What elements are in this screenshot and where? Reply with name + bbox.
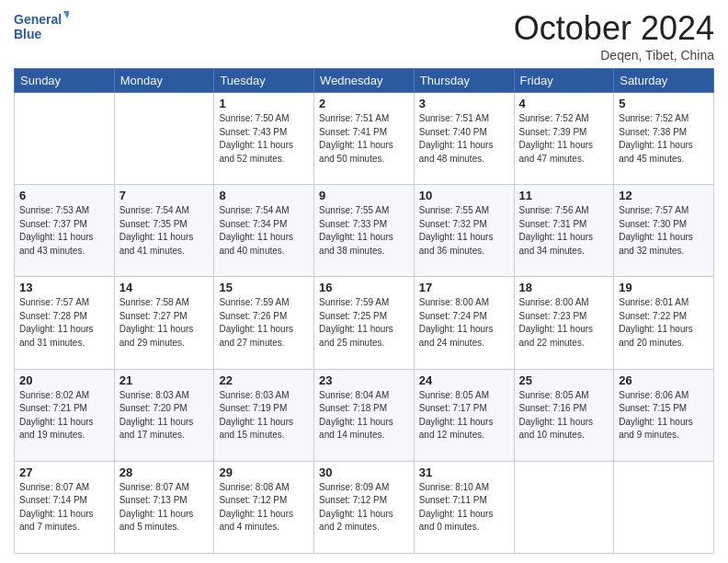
day-info: Sunrise: 8:09 AM Sunset: 7:12 PM Dayligh… xyxy=(319,481,409,534)
day-number: 22 xyxy=(219,373,309,387)
day-info: Sunrise: 7:52 AM Sunset: 7:38 PM Dayligh… xyxy=(619,112,709,166)
day-number: 14 xyxy=(119,281,210,294)
calendar-cell: 11Sunrise: 7:56 AM Sunset: 7:31 PM Dayli… xyxy=(514,185,614,277)
day-number: 13 xyxy=(19,281,109,294)
calendar-cell: 4Sunrise: 7:52 AM Sunset: 7:39 PM Daylig… xyxy=(514,93,614,185)
calendar-cell: 6Sunrise: 7:53 AM Sunset: 7:37 PM Daylig… xyxy=(15,185,115,277)
day-header-saturday: Saturday xyxy=(614,69,714,93)
day-info: Sunrise: 7:56 AM Sunset: 7:31 PM Dayligh… xyxy=(519,204,609,258)
calendar-cell xyxy=(514,461,614,553)
day-info: Sunrise: 8:00 AM Sunset: 7:24 PM Dayligh… xyxy=(419,296,509,350)
calendar-cell: 20Sunrise: 8:02 AM Sunset: 7:21 PM Dayli… xyxy=(15,369,115,461)
day-info: Sunrise: 7:52 AM Sunset: 7:39 PM Dayligh… xyxy=(519,112,609,166)
calendar-table: SundayMondayTuesdayWednesdayThursdayFrid… xyxy=(14,68,714,554)
day-info: Sunrise: 8:02 AM Sunset: 7:21 PM Dayligh… xyxy=(19,389,109,442)
day-info: Sunrise: 8:07 AM Sunset: 7:13 PM Dayligh… xyxy=(119,481,210,534)
day-number: 28 xyxy=(119,465,210,479)
day-info: Sunrise: 7:59 AM Sunset: 7:25 PM Dayligh… xyxy=(319,296,409,350)
day-number: 17 xyxy=(419,281,509,294)
day-number: 30 xyxy=(319,465,409,479)
calendar-cell: 31Sunrise: 8:10 AM Sunset: 7:11 PM Dayli… xyxy=(414,461,514,553)
calendar-cell: 9Sunrise: 7:55 AM Sunset: 7:33 PM Daylig… xyxy=(314,185,415,277)
day-number: 7 xyxy=(119,189,210,202)
day-header-monday: Monday xyxy=(114,69,214,93)
day-number: 24 xyxy=(419,373,509,387)
day-number: 10 xyxy=(419,189,509,202)
day-number: 25 xyxy=(519,373,609,387)
day-number: 8 xyxy=(219,189,309,202)
day-header-thursday: Thursday xyxy=(414,69,514,93)
calendar-cell: 23Sunrise: 8:04 AM Sunset: 7:18 PM Dayli… xyxy=(314,369,415,461)
calendar-cell: 7Sunrise: 7:54 AM Sunset: 7:35 PM Daylig… xyxy=(114,185,214,277)
day-header-friday: Friday xyxy=(514,69,614,93)
day-info: Sunrise: 8:06 AM Sunset: 7:15 PM Dayligh… xyxy=(619,389,709,442)
calendar-cell: 19Sunrise: 8:01 AM Sunset: 7:22 PM Dayli… xyxy=(614,277,714,369)
calendar-cell: 29Sunrise: 8:08 AM Sunset: 7:12 PM Dayli… xyxy=(214,461,314,553)
day-number: 4 xyxy=(519,97,609,110)
day-number: 26 xyxy=(619,373,709,387)
day-info: Sunrise: 8:00 AM Sunset: 7:23 PM Dayligh… xyxy=(519,296,609,350)
day-info: Sunrise: 8:08 AM Sunset: 7:12 PM Dayligh… xyxy=(219,481,309,534)
day-info: Sunrise: 8:03 AM Sunset: 7:19 PM Dayligh… xyxy=(219,389,309,442)
svg-marker-2 xyxy=(63,11,69,18)
svg-text:Blue: Blue xyxy=(14,27,42,41)
day-info: Sunrise: 7:50 AM Sunset: 7:43 PM Dayligh… xyxy=(219,112,309,166)
calendar-cell: 18Sunrise: 8:00 AM Sunset: 7:23 PM Dayli… xyxy=(514,277,614,369)
logo: General Blue xyxy=(14,9,69,44)
calendar-cell: 2Sunrise: 7:51 AM Sunset: 7:41 PM Daylig… xyxy=(314,93,415,185)
day-number: 3 xyxy=(419,97,509,110)
day-info: Sunrise: 8:03 AM Sunset: 7:20 PM Dayligh… xyxy=(119,389,210,442)
title-block: October 2024 Deqen, Tibet, China xyxy=(514,9,714,63)
day-info: Sunrise: 8:05 AM Sunset: 7:16 PM Dayligh… xyxy=(519,389,609,442)
day-info: Sunrise: 7:51 AM Sunset: 7:40 PM Dayligh… xyxy=(419,112,509,166)
day-info: Sunrise: 8:05 AM Sunset: 7:17 PM Dayligh… xyxy=(419,389,509,442)
day-info: Sunrise: 7:58 AM Sunset: 7:27 PM Dayligh… xyxy=(119,296,210,350)
calendar-cell: 15Sunrise: 7:59 AM Sunset: 7:26 PM Dayli… xyxy=(214,277,314,369)
day-header-sunday: Sunday xyxy=(15,69,115,93)
day-number: 5 xyxy=(619,97,709,110)
day-number: 23 xyxy=(319,373,409,387)
page: General Blue October 2024 Deqen, Tibet, … xyxy=(0,0,728,563)
day-number: 21 xyxy=(119,373,210,387)
day-info: Sunrise: 8:10 AM Sunset: 7:11 PM Dayligh… xyxy=(419,481,509,534)
calendar-cell: 12Sunrise: 7:57 AM Sunset: 7:30 PM Dayli… xyxy=(614,185,714,277)
calendar-cell: 22Sunrise: 8:03 AM Sunset: 7:19 PM Dayli… xyxy=(214,369,314,461)
day-info: Sunrise: 7:51 AM Sunset: 7:41 PM Dayligh… xyxy=(319,112,409,166)
calendar-cell: 8Sunrise: 7:54 AM Sunset: 7:34 PM Daylig… xyxy=(214,185,314,277)
day-number: 20 xyxy=(19,373,109,387)
calendar-cell: 27Sunrise: 8:07 AM Sunset: 7:14 PM Dayli… xyxy=(15,461,115,553)
day-number: 18 xyxy=(519,281,609,294)
calendar-cell: 30Sunrise: 8:09 AM Sunset: 7:12 PM Dayli… xyxy=(314,461,415,553)
day-number: 9 xyxy=(319,189,409,202)
logo-svg: General Blue xyxy=(14,9,69,44)
day-number: 12 xyxy=(619,189,709,202)
day-number: 29 xyxy=(219,465,309,479)
day-info: Sunrise: 7:53 AM Sunset: 7:37 PM Dayligh… xyxy=(19,204,109,258)
day-number: 2 xyxy=(319,97,409,110)
day-info: Sunrise: 7:55 AM Sunset: 7:33 PM Dayligh… xyxy=(319,204,409,258)
day-info: Sunrise: 7:57 AM Sunset: 7:28 PM Dayligh… xyxy=(19,296,109,350)
day-info: Sunrise: 8:07 AM Sunset: 7:14 PM Dayligh… xyxy=(19,481,109,534)
location: Deqen, Tibet, China xyxy=(514,48,714,63)
day-number: 16 xyxy=(319,281,409,294)
day-info: Sunrise: 7:55 AM Sunset: 7:32 PM Dayligh… xyxy=(419,204,509,258)
day-info: Sunrise: 8:04 AM Sunset: 7:18 PM Dayligh… xyxy=(319,389,409,442)
calendar-cell: 13Sunrise: 7:57 AM Sunset: 7:28 PM Dayli… xyxy=(15,277,115,369)
calendar-cell: 26Sunrise: 8:06 AM Sunset: 7:15 PM Dayli… xyxy=(614,369,714,461)
calendar-cell: 28Sunrise: 8:07 AM Sunset: 7:13 PM Dayli… xyxy=(114,461,214,553)
day-info: Sunrise: 7:54 AM Sunset: 7:34 PM Dayligh… xyxy=(219,204,309,258)
day-info: Sunrise: 8:01 AM Sunset: 7:22 PM Dayligh… xyxy=(619,296,709,350)
calendar-cell: 17Sunrise: 8:00 AM Sunset: 7:24 PM Dayli… xyxy=(414,277,514,369)
calendar-cell: 1Sunrise: 7:50 AM Sunset: 7:43 PM Daylig… xyxy=(214,93,314,185)
calendar-cell xyxy=(114,93,214,185)
calendar-cell: 16Sunrise: 7:59 AM Sunset: 7:25 PM Dayli… xyxy=(314,277,415,369)
calendar-cell: 5Sunrise: 7:52 AM Sunset: 7:38 PM Daylig… xyxy=(614,93,714,185)
calendar-cell: 14Sunrise: 7:58 AM Sunset: 7:27 PM Dayli… xyxy=(114,277,214,369)
day-number: 27 xyxy=(19,465,109,479)
svg-text:General: General xyxy=(14,12,62,27)
calendar-cell xyxy=(614,461,714,553)
day-number: 11 xyxy=(519,189,609,202)
day-info: Sunrise: 7:54 AM Sunset: 7:35 PM Dayligh… xyxy=(119,204,210,258)
calendar-cell: 10Sunrise: 7:55 AM Sunset: 7:32 PM Dayli… xyxy=(414,185,514,277)
calendar-cell xyxy=(15,93,115,185)
